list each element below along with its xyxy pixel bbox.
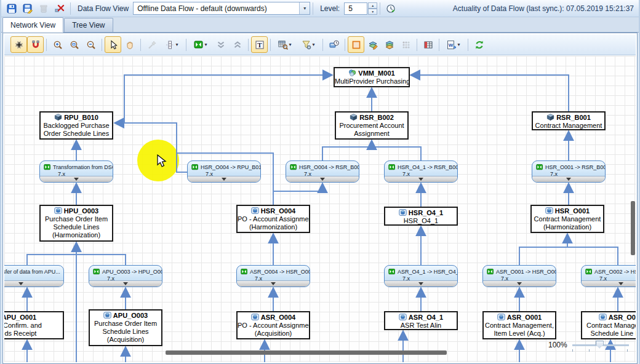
sync-clock-button[interactable]	[383, 1, 399, 16]
node-text: (Harmonization)	[532, 223, 603, 231]
transformation-title: ASR_O001 -> HSR_O001	[496, 269, 556, 275]
zoom-out-button[interactable]	[82, 36, 99, 53]
text-mode-button[interactable]: T	[251, 36, 268, 53]
node-RPU_B010[interactable]: RPU_B010Backlogged PurchaseOrder Schedul…	[39, 111, 113, 140]
pan-hand-icon	[125, 40, 135, 50]
node-text: (Harmonization)	[238, 223, 309, 231]
horizontal-scrollbar-thumb[interactable]	[166, 350, 447, 355]
row-layout-button[interactable]: ▾	[160, 36, 183, 53]
level-input[interactable]: 5	[344, 2, 367, 15]
node-title: HPU_O003	[41, 207, 112, 215]
pan-hand-button[interactable]	[121, 36, 138, 53]
transformation-node[interactable]: HSR_O4_1 -> RSR_B0027.x	[384, 160, 458, 183]
node-HSR_O4_1[interactable]: HSR_O4_1HSR_O4_1	[384, 207, 458, 226]
transformation-node[interactable]: ASR_O002 -> HSR_O007.x	[581, 265, 636, 287]
cube-icon	[350, 114, 359, 121]
word-export-button[interactable]: W▾	[442, 36, 465, 53]
zoom-slider[interactable]	[572, 344, 629, 346]
expand-handle[interactable]	[188, 176, 260, 182]
zoom-in-button[interactable]	[49, 36, 66, 53]
color-grid-icon	[401, 40, 411, 50]
expand-all-button[interactable]	[229, 36, 246, 53]
filter-button[interactable]: ▾	[297, 36, 320, 53]
actuality-text: Actuality of Data Flow (last sync.): 07.…	[453, 4, 636, 13]
dataflow-clock-button[interactable]	[326, 36, 342, 53]
transformation-node[interactable]: ASR_O004 -> HSR_O0047.x	[236, 265, 310, 287]
expand-handle[interactable]	[582, 280, 636, 287]
expand-handle[interactable]	[385, 280, 457, 287]
transformation-node[interactable]: HSR_O004 -> RSR_B0027.x	[286, 160, 359, 183]
transformation-node[interactable]: ASR_O4_1 -> HSR_O4_17.x	[384, 265, 458, 287]
dropdown-arrow-icon[interactable]: ▾	[299, 2, 310, 14]
save-button[interactable]	[4, 1, 20, 16]
node-text: HSR_O4_1	[385, 217, 457, 225]
pointer-icon	[108, 40, 118, 50]
node-ASR_O4_1[interactable]: ASR_O4_1ASR Test Alin	[384, 311, 458, 330]
transformation-node[interactable]: ASR_O001 -> HSR_O0017.x	[482, 265, 556, 287]
network-view-pane: ▾▾T▾▾W▾ VMM_M001MultiProvider Purchasing…	[2, 33, 638, 364]
layers-edit-button[interactable]	[364, 36, 381, 53]
node-RSR_B001[interactable]: RSR_B001Contract Management	[532, 111, 606, 130]
spin-up-icon[interactable]: ▲	[368, 2, 377, 9]
table-search-button[interactable]: ▾	[273, 36, 297, 53]
expand-handle[interactable]	[40, 176, 113, 182]
transformation-node[interactable]: APU_O003 -> HPU_O0037.x	[89, 265, 162, 287]
node-HSR_O004[interactable]: HSR_O004PO - Account Assignment(Harmoniz…	[236, 205, 310, 233]
chevron-down-icon	[320, 178, 325, 181]
transformation-node[interactable]: Transfer of data from APU...	[4, 265, 64, 287]
tab-tree-view[interactable]: Tree View	[64, 18, 113, 32]
zoom-slider-thumb[interactable]	[596, 341, 604, 349]
toolbar-separator	[439, 39, 439, 51]
dso-icon	[545, 207, 555, 215]
diagram-canvas[interactable]: VMM_M001MultiProvider PurchasingRPU_B010…	[4, 56, 636, 362]
transformation-node[interactable]: Transformation from DSO HP...7.x	[39, 160, 113, 183]
node-RSR_B002[interactable]: RSR_B002Procurement AccountAssignment	[335, 111, 409, 140]
magnet-button[interactable]	[27, 36, 44, 53]
node-APU_O001[interactable]: APU_O001ation Confirm. andGoods Receipt	[4, 311, 64, 339]
transformation-button[interactable]: ▾	[189, 36, 212, 53]
expand-handle[interactable]	[483, 280, 556, 287]
node-ASR_O001[interactable]: ASR_O001Contract Management,Item Level (…	[482, 311, 556, 339]
node-ASR_O004[interactable]: ASR_O004PO - Account Assignment(Acquisit…	[236, 311, 310, 339]
collapse-all-button[interactable]	[212, 36, 229, 53]
vertical-scrollbar-thumb[interactable]	[631, 201, 635, 255]
node-text: PO - Account Assignment	[238, 215, 309, 223]
node-ASR_O002[interactable]: ASR_O002Contract Management,Schedule Lin…	[581, 311, 636, 339]
expand-handle[interactable]	[237, 280, 310, 287]
chevron-down-icon	[418, 178, 423, 181]
transformation-node[interactable]: HSR_O001 -> RSR_B0017.x	[532, 160, 606, 183]
table-view-button[interactable]	[420, 36, 436, 53]
dso-icon	[497, 314, 507, 321]
zoom-control: 100%	[548, 341, 629, 349]
node-HSR_O001[interactable]: HSR_O001Contract Management(Harmonizatio…	[530, 205, 604, 233]
tab-network-view[interactable]: Network View	[2, 17, 63, 33]
dataflow-dropdown[interactable]: Offline Data Flow - default (downwards) …	[133, 2, 310, 15]
node-APU_O003[interactable]: APU_O003Purchase Order ItemSchedule Line…	[89, 309, 162, 346]
expand-handle[interactable]	[89, 280, 162, 287]
expand-handle[interactable]	[4, 280, 63, 287]
app-window: Data Flow View Offline Data Flow - defau…	[0, 0, 640, 364]
node-HPU_O003[interactable]: HPU_O003Purchase Order ItemSchedule Line…	[39, 205, 113, 242]
grid-snap-button[interactable]	[10, 36, 27, 53]
expand-handle[interactable]	[385, 176, 457, 182]
transformation-node[interactable]: HSR_O004 -> RPU_B0107.x	[187, 160, 261, 183]
remove-dataflow-button[interactable]	[52, 1, 68, 16]
node-text: (Acquisition)	[90, 336, 161, 344]
expand-handle[interactable]	[286, 176, 359, 182]
node-text: Backlogged Purchase	[41, 122, 112, 130]
save-as-button[interactable]	[20, 1, 36, 16]
expand-handle[interactable]	[532, 176, 605, 182]
toolbar-separator	[322, 39, 323, 51]
refresh-button[interactable]	[471, 36, 487, 53]
frame-button[interactable]	[348, 36, 364, 53]
pointer-button[interactable]	[105, 36, 121, 53]
zoom-window-button[interactable]	[66, 36, 82, 53]
spin-down-icon[interactable]: ▼	[368, 9, 377, 15]
refresh-icon	[474, 40, 484, 50]
layers-button[interactable]	[381, 36, 398, 53]
level-spinner[interactable]: ▲ ▼	[368, 2, 377, 15]
node-text: Contract Management,	[582, 322, 636, 330]
node-text: Contract Management	[532, 215, 603, 223]
node-VMM_M001[interactable]: VMM_M001MultiProvider Purchasing	[334, 67, 410, 87]
node-title: ASR_O001	[484, 313, 555, 322]
